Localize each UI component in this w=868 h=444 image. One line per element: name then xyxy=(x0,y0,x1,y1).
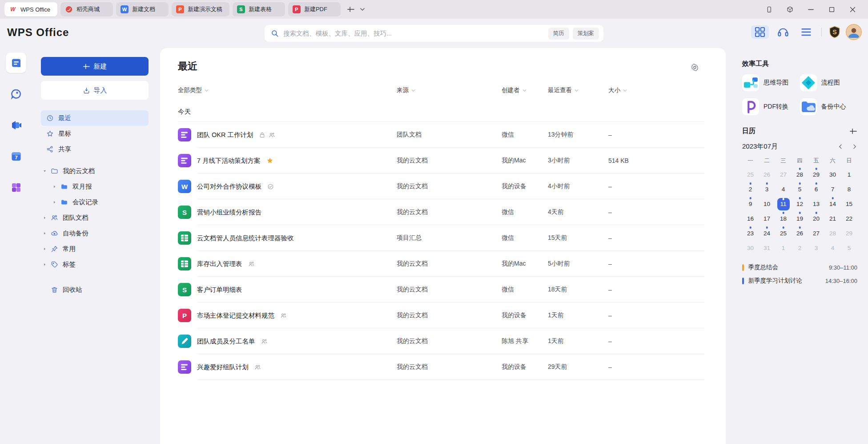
sidebar-item-clock[interactable]: 最近 xyxy=(41,110,149,126)
support-headset-button[interactable] xyxy=(774,25,792,39)
list-settings-gear-icon[interactable] xyxy=(691,63,699,72)
rail-item-documents[interactable] xyxy=(6,52,26,73)
caret-right-icon[interactable] xyxy=(43,231,47,235)
search-bar[interactable]: 简历策划案 xyxy=(265,25,603,42)
sidebar-tree-cloud-up[interactable]: 自动备份 xyxy=(41,226,149,241)
calendar-day[interactable]: 1 xyxy=(841,167,857,182)
sidebar-tree-users[interactable]: 团队文档 xyxy=(41,210,149,226)
calendar-day[interactable]: 14 xyxy=(824,197,841,211)
user-avatar[interactable] xyxy=(847,25,861,39)
calendar-day[interactable]: 17 xyxy=(759,211,775,226)
tab-list-chevron[interactable] xyxy=(359,6,366,12)
sidebar-item-share[interactable]: 共享 xyxy=(41,141,149,157)
filter-2[interactable]: 创建者 xyxy=(502,86,548,94)
calendar-day[interactable]: 13 xyxy=(808,197,824,211)
main-menu-button[interactable] xyxy=(797,25,815,39)
calendar-day[interactable]: 26 xyxy=(759,167,775,182)
calendar-day[interactable]: 28 xyxy=(824,226,841,241)
calendar-day[interactable]: 20 xyxy=(808,211,824,226)
workspace-cube-icon[interactable] xyxy=(786,6,794,13)
calendar-day[interactable]: 12 xyxy=(792,197,808,211)
calendar-day[interactable]: 5 xyxy=(841,241,857,255)
membership-badge-icon[interactable]: S xyxy=(828,25,841,39)
calendar-day[interactable]: 19 xyxy=(792,211,808,226)
calendar-day[interactable]: 18 xyxy=(775,211,792,226)
sidebar-tree-tag[interactable]: 标签 xyxy=(41,257,149,272)
calendar-day[interactable]: 15 xyxy=(841,197,857,211)
calendar-day[interactable]: 22 xyxy=(841,211,857,226)
sidebar-tree-folder-filled[interactable]: 会议记录 xyxy=(41,194,149,210)
file-row[interactable]: W 公司对外合作协议模板 我的云文档 我的设备 4小时前 – xyxy=(178,174,704,199)
calendar-day[interactable]: 6 xyxy=(808,182,824,197)
calendar-day[interactable]: 3 xyxy=(759,182,775,197)
new-document-button[interactable]: 新建 xyxy=(41,57,149,76)
rail-item-meeting[interactable] xyxy=(6,115,26,135)
tab-wps[interactable]: WWPS Office xyxy=(4,2,57,16)
minimize-button[interactable] xyxy=(807,6,815,13)
rail-item-calendar[interactable]: 7 xyxy=(6,146,26,166)
search-tag[interactable]: 简历 xyxy=(548,28,569,40)
tab-slides[interactable]: P新建演示文稿 xyxy=(172,2,229,16)
apps-grid-button[interactable] xyxy=(751,25,769,39)
calendar-day[interactable]: 30 xyxy=(742,241,759,255)
calendar-day[interactable]: 8 xyxy=(841,182,857,197)
calendar-day[interactable]: 24 xyxy=(759,226,775,241)
caret-down-icon[interactable] xyxy=(43,169,47,173)
caret-right-icon[interactable] xyxy=(52,185,56,189)
sidebar-item-trash[interactable]: 回收站 xyxy=(41,282,149,298)
tool-mindmap[interactable]: 思维导图 xyxy=(742,74,800,91)
calendar-day[interactable]: 7 xyxy=(824,182,841,197)
calendar-day[interactable]: 21 xyxy=(824,211,841,226)
calendar-day[interactable]: 28 xyxy=(792,167,808,182)
sidebar-item-star[interactable]: 星标 xyxy=(41,126,149,141)
maximize-button[interactable] xyxy=(828,6,836,13)
file-row[interactable]: 云文档管人员信息统计表理器验收 项目汇总 微信 15天前 – xyxy=(178,225,704,251)
rail-item-chat[interactable] xyxy=(6,84,26,104)
search-input[interactable] xyxy=(283,30,545,37)
mobile-sync-icon[interactable] xyxy=(765,6,773,13)
file-row[interactable]: S 营销小组业绩分析报告 我的云文档 微信 4天前 – xyxy=(178,199,704,225)
caret-right-icon[interactable] xyxy=(43,262,47,266)
calendar-day[interactable]: 9 xyxy=(742,197,759,211)
filter-3[interactable]: 最近查看 xyxy=(548,86,608,94)
file-row[interactable]: P 市场主体登记提交材料规范 我的云文档 我的设备 1天前 – xyxy=(178,303,704,328)
calendar-day[interactable]: 23 xyxy=(742,226,759,241)
file-row[interactable]: 团队成员及分工名单 我的云文档 陈旭 共享 1天前 – xyxy=(178,328,704,354)
calendar-day[interactable]: 2 xyxy=(792,241,808,255)
rail-item-apps[interactable] xyxy=(6,177,26,198)
calendar-day[interactable]: 11 xyxy=(775,197,792,211)
calendar-day[interactable]: 26 xyxy=(792,226,808,241)
caret-right-icon[interactable] xyxy=(43,247,47,251)
file-row[interactable]: S 客户订单明细表 我的云文档 微信 18天前 – xyxy=(178,277,704,303)
prev-month-button[interactable] xyxy=(838,144,844,149)
tab-pdf[interactable]: P新建PDF xyxy=(288,2,341,16)
calendar-day[interactable]: 2 xyxy=(742,182,759,197)
new-tab-button[interactable] xyxy=(347,5,355,13)
file-row[interactable]: 库存出入管理表 我的云文档 我的Mac 5小时前 – xyxy=(178,251,704,277)
filter-4[interactable]: 大小 xyxy=(608,86,704,94)
tab-writer[interactable]: W新建文档 xyxy=(116,2,169,16)
add-event-button[interactable] xyxy=(849,127,857,135)
caret-right-icon[interactable] xyxy=(52,200,56,204)
calendar-day[interactable]: 29 xyxy=(808,167,824,182)
calendar-day[interactable]: 4 xyxy=(775,182,792,197)
calendar-day[interactable]: 30 xyxy=(824,167,841,182)
tab-docer[interactable]: 稻壳商城 xyxy=(60,2,113,16)
file-row[interactable]: 兴趣爱好组队计划 我的云文档 我的设备 29天前 – xyxy=(178,354,704,380)
file-row[interactable]: 团队 OKR 工作计划 团队文档 微信 13分钟前 – xyxy=(178,122,704,148)
tool-backup[interactable]: 备份中心 xyxy=(800,98,858,115)
calendar-day[interactable]: 16 xyxy=(742,211,759,226)
tool-flowchart[interactable]: 流程图 xyxy=(800,74,858,91)
calendar-day[interactable]: 10 xyxy=(759,197,775,211)
calendar-day[interactable]: 3 xyxy=(808,241,824,255)
calendar-day[interactable]: 25 xyxy=(742,167,759,182)
sidebar-tree-pin[interactable]: 常用 xyxy=(41,241,149,257)
calendar-day[interactable]: 27 xyxy=(808,226,824,241)
import-button[interactable]: 导入 xyxy=(41,81,149,100)
close-button[interactable] xyxy=(849,6,856,13)
calendar-day[interactable]: 4 xyxy=(824,241,841,255)
file-row[interactable]: 7 月线下活动策划方案 我的云文档 我的Mac 3小时前 514 KB xyxy=(178,148,704,174)
tab-sheet[interactable]: S新建表格 xyxy=(233,2,285,16)
caret-right-icon[interactable] xyxy=(43,216,47,220)
calendar-day[interactable]: 31 xyxy=(759,241,775,255)
